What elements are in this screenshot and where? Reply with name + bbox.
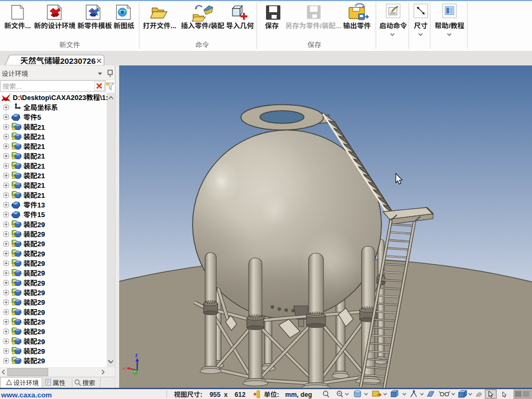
svg-text:21: 21: [37, 123, 45, 131]
svg-text:21: 21: [37, 172, 45, 180]
svg-text:/: /: [320, 22, 322, 30]
svg-text:29: 29: [37, 338, 45, 346]
svg-text:21: 21: [37, 181, 45, 189]
svg-text:5: 5: [37, 113, 41, 121]
svg-text:21: 21: [37, 162, 45, 170]
svg-text:21: 21: [37, 133, 45, 141]
svg-text::: :: [200, 391, 202, 398]
svg-text:/: /: [209, 22, 211, 30]
svg-text:955: 955: [210, 391, 221, 398]
svg-text:29: 29: [37, 230, 45, 238]
svg-text:29: 29: [37, 240, 45, 248]
svg-text:612: 612: [235, 391, 246, 398]
svg-text:x: x: [224, 391, 228, 398]
svg-text:21: 21: [37, 143, 45, 151]
svg-text:...: ...: [16, 83, 21, 90]
svg-text:www.caxa.com: www.caxa.com: [1, 391, 52, 399]
svg-text:...: ...: [25, 22, 31, 30]
svg-text:13: 13: [37, 201, 45, 209]
svg-text:29: 29: [37, 279, 45, 287]
svg-text:29: 29: [37, 221, 45, 229]
svg-text:29: 29: [37, 328, 45, 336]
svg-text:29: 29: [37, 269, 45, 277]
svg-text:29: 29: [37, 289, 45, 297]
svg-text:29: 29: [37, 357, 45, 365]
svg-text:mm, deg: mm, deg: [285, 391, 312, 398]
svg-text:29: 29: [37, 250, 45, 258]
svg-text:...: ...: [171, 22, 177, 30]
svg-text:29: 29: [37, 347, 45, 355]
svg-text:29: 29: [37, 318, 45, 326]
svg-text:21: 21: [37, 152, 45, 160]
svg-text:z: z: [135, 352, 138, 358]
svg-text:20230726: 20230726: [60, 56, 96, 65]
svg-text:15: 15: [37, 211, 45, 219]
svg-text:21: 21: [37, 192, 45, 200]
svg-text:/: /: [448, 22, 451, 30]
svg-text:29: 29: [37, 260, 45, 268]
svg-text:...: ...: [336, 22, 342, 30]
svg-text:29: 29: [37, 309, 45, 317]
svg-text::: :: [277, 391, 279, 398]
svg-text:29: 29: [37, 298, 45, 306]
svg-text:\1:: \1:: [100, 94, 108, 102]
svg-text:D:\Desktop\CAXA2023: D:\Desktop\CAXA2023: [13, 94, 86, 102]
